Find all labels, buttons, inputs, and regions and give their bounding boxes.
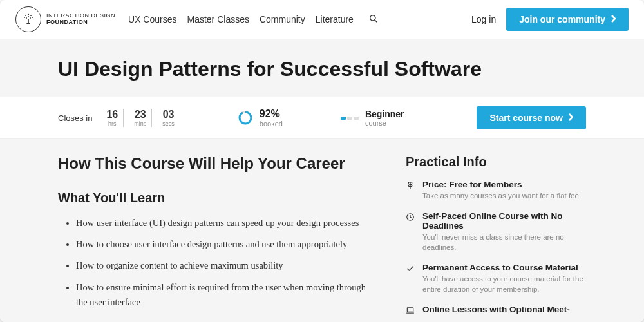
- list-item: How user interface (UI) design patterns …: [76, 216, 367, 231]
- logo-text: INTERACTION DESIGN FOUNDATION: [46, 13, 115, 26]
- countdown: Closes in 16 hrs 23 mins 03 secs: [58, 109, 180, 127]
- clock-icon: [406, 213, 416, 223]
- svg-point-7: [28, 16, 29, 17]
- join-button[interactable]: Join our community: [506, 8, 629, 31]
- info-self-paced: Self-Paced Online Course with No Deadlin…: [406, 211, 586, 252]
- main-nav: UX Courses Master Classes Community Lite…: [128, 14, 378, 25]
- closes-in-label: Closes in: [58, 113, 92, 123]
- level-label: course: [365, 119, 404, 127]
- svg-point-6: [30, 17, 31, 19]
- practical-heading: Practical Info: [406, 155, 586, 169]
- info-title: Price: Free for Members: [422, 180, 581, 189]
- learn-list: How user interface (UI) design patterns …: [58, 216, 367, 310]
- countdown-hours: 16 hrs: [101, 109, 124, 127]
- svg-point-5: [26, 17, 27, 19]
- nav-community[interactable]: Community: [260, 14, 305, 25]
- login-link[interactable]: Log in: [471, 14, 496, 24]
- info-permanent-access: Permanent Access to Course Material You'…: [406, 263, 586, 294]
- booked-indicator: 92% booked: [238, 108, 283, 128]
- title-banner: UI Design Patterns for Successful Softwa…: [0, 39, 644, 97]
- check-icon: [406, 264, 416, 274]
- svg-point-12: [240, 112, 251, 124]
- main-content: How This Course Will Help Your Career Wh…: [0, 139, 644, 322]
- svg-rect-14: [407, 308, 413, 312]
- info-price: Price: Free for Members Take as many cou…: [406, 180, 586, 201]
- info-desc: You'll have access to your course materi…: [422, 274, 586, 294]
- svg-point-9: [370, 15, 375, 20]
- svg-point-2: [30, 15, 32, 16]
- countdown-minutes: 23 mins: [129, 109, 152, 127]
- chevron-right-icon: [568, 113, 573, 123]
- list-item: How to ensure minimal effort is required…: [76, 280, 367, 310]
- stats-bar: Closes in 16 hrs 23 mins 03 secs 92% boo…: [0, 97, 644, 139]
- learn-heading: What You'll Learn: [58, 191, 367, 205]
- nav-literature[interactable]: Literature: [316, 14, 354, 25]
- career-heading: How This Course Will Help Your Career: [58, 155, 367, 173]
- start-course-button[interactable]: Start course now: [477, 106, 586, 129]
- info-title: Permanent Access to Course Material: [422, 263, 586, 272]
- svg-point-4: [32, 17, 33, 18]
- level-dots-icon: [341, 117, 359, 120]
- info-title: Online Lessons with Optional Meet-: [422, 305, 570, 314]
- logo[interactable]: INTERACTION DESIGN FOUNDATION: [15, 6, 115, 32]
- progress-ring-icon: [238, 110, 253, 126]
- countdown-seconds: 03 secs: [157, 109, 180, 127]
- list-item: How to choose user interface design patt…: [76, 237, 367, 252]
- start-course-label: Start course now: [489, 113, 563, 123]
- svg-point-1: [25, 15, 26, 16]
- booked-percent: 92%: [260, 108, 283, 120]
- svg-point-0: [28, 14, 29, 15]
- logo-icon: [15, 6, 41, 32]
- page-title: UI Design Patterns for Successful Softwa…: [58, 57, 586, 81]
- dollar-icon: [406, 181, 416, 191]
- level-indicator: Beginner course: [341, 109, 404, 127]
- career-section: How This Course Will Help Your Career Wh…: [58, 155, 367, 322]
- info-desc: You'll never miss a class since there ar…: [422, 232, 586, 252]
- laptop-icon: [406, 306, 416, 316]
- main-header: INTERACTION DESIGN FOUNDATION UX Courses…: [0, 0, 644, 39]
- booked-label: booked: [260, 120, 283, 128]
- level-name: Beginner: [365, 109, 404, 119]
- nav-master-classes[interactable]: Master Classes: [187, 14, 249, 25]
- svg-point-3: [24, 17, 25, 18]
- search-icon[interactable]: [369, 14, 378, 25]
- nav-ux-courses[interactable]: UX Courses: [128, 14, 176, 25]
- list-item: How to organize content to achieve maxim…: [76, 258, 367, 273]
- practical-info-section: Practical Info Price: Free for Members T…: [406, 155, 586, 322]
- chevron-right-icon: [611, 14, 616, 24]
- svg-line-10: [375, 19, 377, 22]
- info-online-lessons: Online Lessons with Optional Meet-: [406, 305, 586, 316]
- info-title: Self-Paced Online Course with No Deadlin…: [422, 211, 586, 231]
- info-desc: Take as many courses as you want for a f…: [422, 191, 581, 201]
- join-button-label: Join our community: [519, 14, 605, 24]
